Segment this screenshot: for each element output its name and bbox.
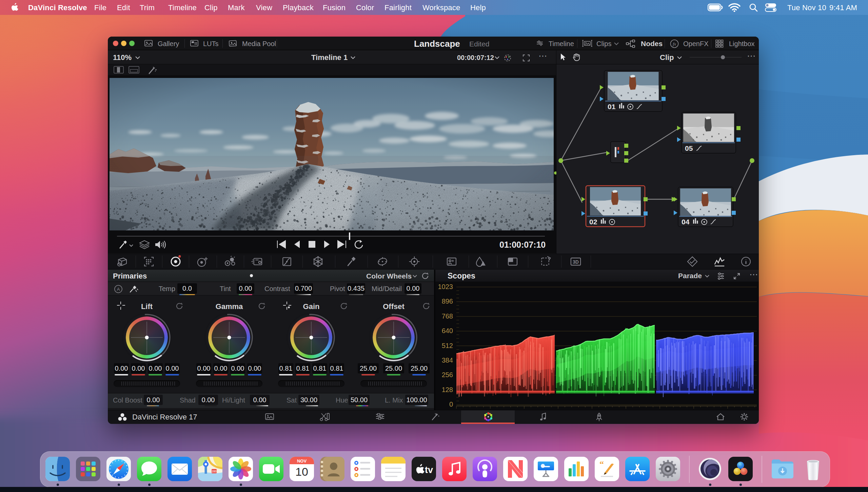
svg-text:tv: tv [425,465,433,475]
svg-text:640: 640 [442,327,453,334]
svg-text:1023: 1023 [438,283,453,290]
svg-text:“: “ [599,459,604,469]
svg-text:128: 128 [442,386,453,393]
svg-text:A: A [117,287,120,292]
svg-text:280: 280 [212,470,216,473]
svg-text:NOV: NOV [297,458,307,464]
svg-text:256: 256 [442,371,453,378]
svg-text:02: 02 [589,218,597,226]
svg-text:01: 01 [608,103,616,110]
svg-text:0: 0 [449,401,453,408]
svg-text:fx: fx [673,41,676,46]
svg-text:384: 384 [442,356,453,364]
svg-text:768: 768 [442,312,453,320]
svg-text:512: 512 [442,342,453,349]
svg-text:3D: 3D [573,259,579,265]
svg-text:896: 896 [442,298,453,305]
svg-text:05: 05 [685,144,693,152]
svg-text:04: 04 [682,218,690,226]
svg-text:10: 10 [295,465,308,478]
